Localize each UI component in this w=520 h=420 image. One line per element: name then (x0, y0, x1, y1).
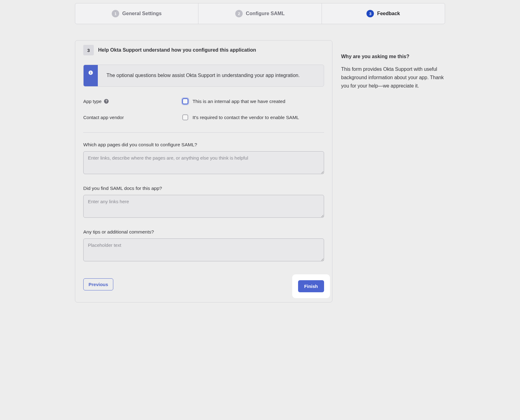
contact-vendor-option[interactable]: It's required to contact the vendor to e… (182, 114, 299, 120)
side-title: Why are you asking me this? (341, 54, 445, 59)
info-icon (84, 65, 98, 86)
contact-vendor-label: Contact app vendor (83, 115, 182, 120)
wizard-stepper: 1 General Settings 2 Configure SAML 3 Fe… (75, 3, 445, 24)
pages-consulted-input[interactable] (83, 151, 324, 174)
saml-docs-label: Did you find SAML docs for this app? (83, 186, 324, 191)
svg-point-2 (90, 71, 91, 72)
tips-input[interactable] (83, 238, 324, 261)
step-label: Feedback (377, 11, 400, 16)
finish-button[interactable]: Finish (298, 280, 324, 292)
step-feedback[interactable]: 3 Feedback (322, 3, 445, 24)
step-label: Configure SAML (246, 11, 284, 16)
divider (83, 132, 324, 133)
feedback-card: 3 Help Okta Support understand how you c… (75, 40, 332, 302)
step-number: 3 (366, 10, 374, 17)
card-step-number: 3 (83, 45, 94, 55)
step-number: 1 (112, 10, 119, 17)
app-type-label: App type ? (83, 99, 182, 104)
step-number: 2 (235, 10, 243, 17)
contact-vendor-checkbox[interactable] (182, 114, 188, 120)
info-banner: The optional questions below assist Okta… (83, 65, 324, 87)
card-title: Help Okta Support understand how you con… (98, 47, 256, 53)
previous-button[interactable]: Previous (83, 278, 113, 290)
step-configure-saml[interactable]: 2 Configure SAML (198, 3, 322, 24)
svg-rect-1 (90, 72, 91, 74)
app-type-checkbox[interactable] (182, 98, 188, 104)
app-type-checkbox-label: This is an internal app that we have cre… (193, 99, 285, 104)
step-general-settings[interactable]: 1 General Settings (75, 3, 198, 24)
card-header: 3 Help Okta Support understand how you c… (83, 45, 324, 55)
contact-vendor-checkbox-label: It's required to contact the vendor to e… (193, 115, 299, 120)
finish-highlight: Finish (292, 275, 330, 298)
side-panel: Why are you asking me this? This form pr… (341, 40, 445, 90)
app-type-option[interactable]: This is an internal app that we have cre… (182, 98, 285, 104)
help-icon[interactable]: ? (104, 99, 109, 104)
saml-docs-input[interactable] (83, 195, 324, 218)
pages-consulted-label: Which app pages did you consult to confi… (83, 142, 324, 148)
tips-label: Any tips or additional comments? (83, 229, 324, 235)
info-text: The optional questions below assist Okta… (98, 65, 308, 86)
step-label: General Settings (122, 11, 162, 16)
side-body: This form provides Okta Support with use… (341, 65, 445, 90)
